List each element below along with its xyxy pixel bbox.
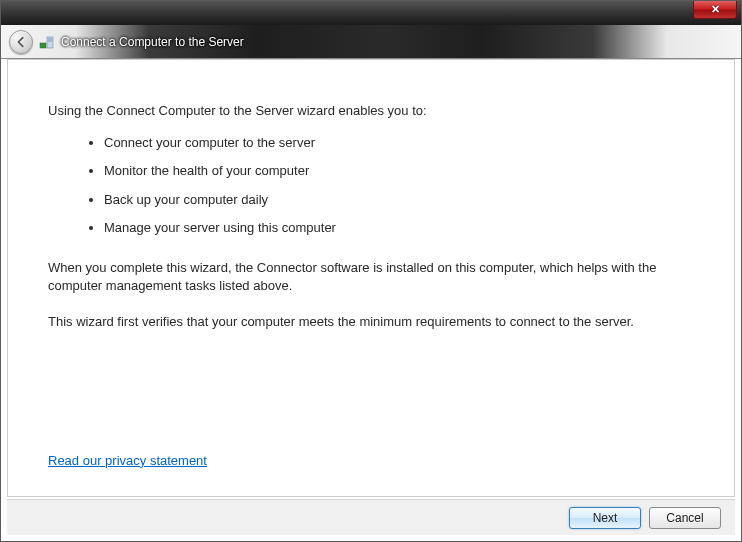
close-button[interactable]: ✕ [693,1,737,19]
wizard-window: ✕ Connect a Computer to the Server Using… [0,0,742,542]
list-item: Monitor the health of your computer [104,162,694,180]
header-bar: Connect a Computer to the Server [1,25,741,59]
paragraph-2: This wizard first verifies that your com… [48,313,694,331]
list-item: Back up your computer daily [104,191,694,209]
back-button[interactable] [9,30,33,54]
intro-text: Using the Connect Computer to the Server… [48,102,694,120]
list-item: Manage your server using this computer [104,219,694,237]
footer-bar: Next Cancel [7,499,735,535]
back-arrow-icon [14,35,28,49]
privacy-link[interactable]: Read our privacy statement [48,452,207,470]
close-icon: ✕ [711,3,720,16]
content-area: Using the Connect Computer to the Server… [7,59,735,497]
titlebar: ✕ [1,1,741,25]
svg-rect-0 [40,43,46,48]
feature-list: Connect your computer to the server Moni… [48,134,694,237]
next-button[interactable]: Next [569,507,641,529]
paragraph-1: When you complete this wizard, the Conne… [48,259,694,295]
cancel-button[interactable]: Cancel [649,507,721,529]
list-item: Connect your computer to the server [104,134,694,152]
wizard-title: Connect a Computer to the Server [61,35,244,49]
server-icon [39,34,55,50]
